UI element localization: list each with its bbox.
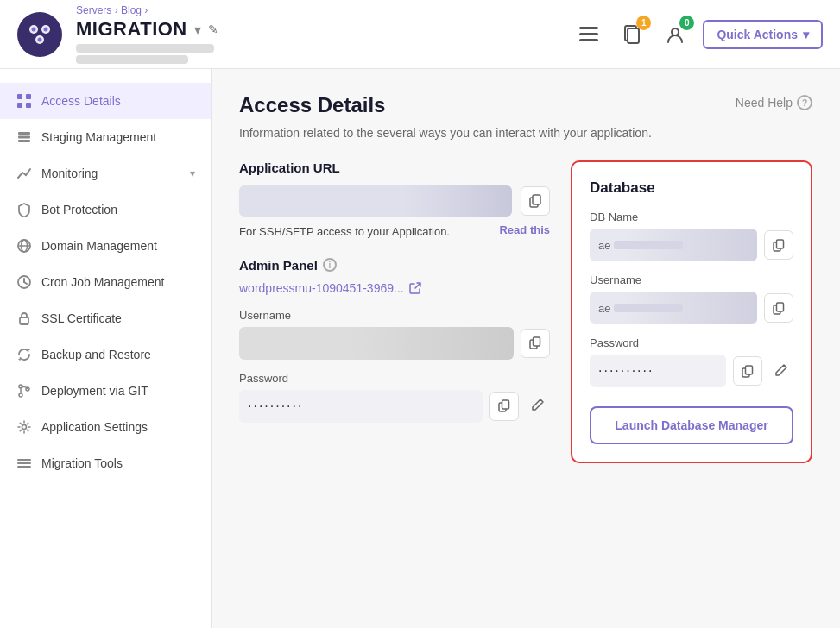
info-icon: i [323,258,337,272]
chevron-down-icon: ▾ [803,28,809,41]
password-edit-button[interactable] [526,394,550,418]
database-panel: Database DB Name ae U [571,160,812,463]
db-username-row: ae [590,292,793,324]
svg-rect-33 [17,462,31,464]
svg-rect-26 [20,317,28,324]
sidebar-label-bot-protection: Bot Protection [41,203,195,217]
sidebar-item-app-settings[interactable]: Application Settings [0,409,211,445]
svg-rect-13 [17,94,22,99]
clipboard-icon-button[interactable]: 1 [616,19,647,50]
db-name-label: DB Name [590,210,793,223]
sidebar-item-monitoring[interactable]: Monitoring ▾ [0,155,211,192]
sidebar-label-access-details: Access Details [41,94,195,108]
svg-rect-36 [533,195,540,204]
sidebar-item-ssl[interactable]: SSL Certificate [0,300,211,336]
clipboard-badge: 1 [636,16,651,30]
need-help-link[interactable]: Need Help ? [736,95,812,110]
svg-rect-11 [628,28,639,43]
password-field-row: ·········· [239,390,550,423]
chevron-down-icon: ▾ [190,167,195,179]
svg-point-5 [44,27,48,31]
svg-point-12 [672,28,679,35]
sidebar-label-migration: Migration Tools [41,456,195,470]
svg-rect-9 [579,39,598,41]
ssh-note-text: For SSH/SFTP access to your Application. [239,223,450,241]
db-password-copy-button[interactable] [733,356,762,386]
username-field-label: Username [239,309,550,322]
list-icon-button[interactable] [573,19,604,50]
svg-rect-38 [533,337,540,346]
user-badge: 0 [679,16,694,30]
svg-rect-19 [18,132,30,135]
url-bar [239,185,512,217]
sidebar-item-domain-management[interactable]: Domain Management [0,228,211,264]
header-subtitle-1 [76,44,214,53]
db-password-value: ·········· [590,355,726,387]
read-this-link[interactable]: Read this [499,223,550,236]
db-name-row: ae [590,229,793,261]
chevron-down-icon[interactable]: ▾ [194,22,201,38]
db-password-label: Password [590,336,793,349]
header: Servers › Blog › MIGRATION ▾ ✎ 1 [0,0,840,69]
git-icon [16,382,33,399]
svg-rect-14 [26,94,31,99]
sidebar-item-migration-tools[interactable]: Migration Tools [0,445,211,481]
db-username-label: Username [590,273,793,286]
shield-icon [16,201,33,218]
url-copy-button[interactable] [521,186,550,216]
sidebar-label-monitoring: Monitoring [41,166,181,180]
globe-icon [16,237,33,254]
sidebar-item-access-details[interactable]: Access Details [0,83,211,119]
admin-panel-link[interactable]: wordpressmu-1090451-3969... [239,281,550,295]
username-field-row [239,327,550,360]
password-copy-button[interactable] [489,392,519,421]
username-copy-button[interactable] [521,329,550,358]
header-title-section: Servers › Blog › MIGRATION ▾ ✎ [76,4,559,64]
svg-point-31 [22,425,27,430]
db-username-value: ae [590,292,757,324]
svg-point-6 [38,37,42,41]
sidebar-label-settings: Application Settings [41,420,195,434]
clock-icon [16,273,33,291]
sidebar-label-git: Deployment via GIT [41,384,195,398]
help-circle-icon: ? [797,95,812,110]
user-icon-button[interactable]: 0 [660,19,691,50]
migration-icon [16,455,33,472]
svg-rect-8 [579,33,598,35]
launch-db-manager-button[interactable]: Launch Database Manager [590,406,793,444]
breadcrumb: Servers › Blog › [76,4,559,16]
header-subtitle-2 [76,55,188,64]
sidebar-item-bot-protection[interactable]: Bot Protection [0,192,211,228]
content-grid: Application URL For SSH/SFTP access to y… [239,160,812,463]
sidebar: Access Details Staging Management Monito… [0,69,212,628]
url-row [239,185,550,217]
svg-point-4 [32,27,36,31]
password-field-label: Password [239,372,550,385]
left-panel: Application URL For SSH/SFTP access to y… [239,160,550,463]
db-name-value: ae [590,229,757,261]
svg-point-28 [19,393,22,397]
svg-rect-16 [26,103,31,108]
db-name-copy-button[interactable] [764,230,793,260]
svg-point-0 [26,21,54,48]
sidebar-item-deployment-git[interactable]: Deployment via GIT [0,373,211,409]
main-content: Access Details Need Help ? Information r… [212,69,840,628]
db-username-copy-button[interactable] [764,293,793,323]
quick-actions-button[interactable]: Quick Actions ▾ [703,20,823,49]
svg-rect-18 [18,136,30,139]
svg-rect-17 [18,140,30,142]
app-logo [17,12,62,57]
sidebar-label-ssl: SSL Certificate [41,311,195,325]
sidebar-label-domain: Domain Management [41,239,195,253]
sidebar-item-cron-job[interactable]: Cron Job Management [0,264,211,300]
edit-title-icon[interactable]: ✎ [208,22,218,36]
ssh-note: For SSH/SFTP access to your Application.… [239,223,550,241]
db-password-edit-button[interactable] [769,359,793,383]
sidebar-item-staging-management[interactable]: Staging Management [0,119,211,155]
svg-rect-34 [17,466,31,468]
svg-rect-15 [17,103,22,108]
database-title: Database [590,179,793,197]
svg-rect-7 [579,27,598,29]
sidebar-item-backup-restore[interactable]: Backup and Restore [0,336,211,373]
external-link-icon [409,282,421,294]
